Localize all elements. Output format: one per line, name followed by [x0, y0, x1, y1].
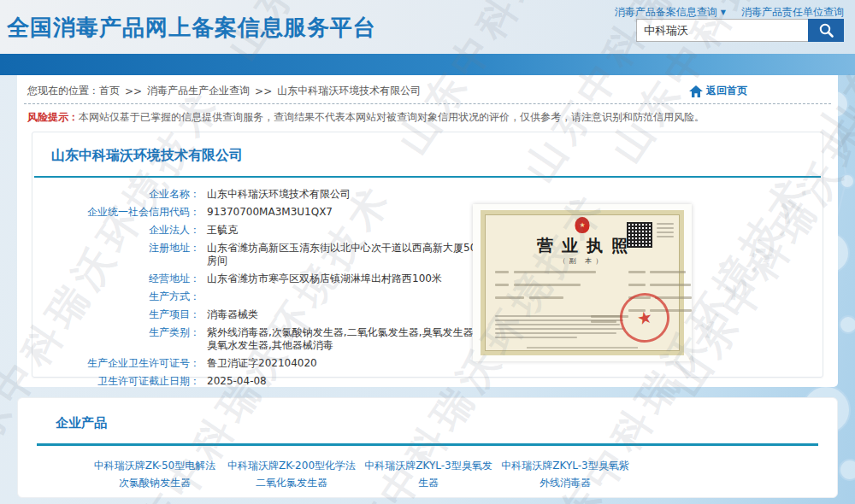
field-label: 生产项目： [32, 308, 200, 321]
breadcrumb-item-0[interactable]: 首页 [99, 84, 120, 98]
back-home-link[interactable]: 返回首页 [689, 84, 747, 98]
search-input[interactable] [636, 19, 808, 42]
site-title: 全国消毒产品网上备案信息服务平台 [7, 13, 376, 43]
company-field-row: 卫生许可证截止日期：2025-04-08 [32, 375, 823, 388]
breadcrumb: 您现在的位置： 首页>>消毒产品生产企业查询>>山东中科瑞沃环境技术有限公司 返… [17, 75, 838, 98]
breadcrumb-items: 首页>>消毒产品生产企业查询>>山东中科瑞沃环境技术有限公司 [99, 84, 421, 98]
search-bar [636, 19, 844, 42]
title-divider [34, 176, 821, 178]
chevron-down-icon: ▼ [721, 9, 726, 16]
license-subtitle: （副 本） [485, 256, 680, 266]
company-field-row: 企业名称：山东中科瑞沃环境技术有限公司 [32, 188, 823, 201]
products-list: 中科瑞沃牌ZK-50型电解法次氯酸钠发生器中科瑞沃牌ZK-200型化学法二氧化氯… [18, 457, 837, 492]
breadcrumb-separator: >> [125, 85, 142, 97]
product-link-0[interactable]: 中科瑞沃牌ZK-50型电解法次氯酸钠发生器 [90, 457, 220, 492]
field-label: 生产方式： [32, 290, 200, 303]
field-label: 生产企业卫生许可证号： [32, 357, 200, 370]
field-value: 鲁卫消证字202104020 [207, 357, 317, 370]
product-link-2[interactable]: 中科瑞沃牌ZKYL-3型臭氧发生器 [363, 457, 493, 492]
page: 全国消毒产品网上备案信息服务平台 消毒产品备案信息查询▼消毒产品责任单位查询 您… [0, 0, 855, 504]
products-divider [37, 443, 818, 446]
breadcrumb-prefix: 您现在的位置： [27, 84, 99, 98]
top-nav-link-0[interactable]: 消毒产品备案信息查询▼ [615, 5, 726, 20]
breadcrumb-separator: >> [255, 85, 272, 97]
field-label: 企业法人： [32, 224, 200, 237]
company-field-row: 经营地址：山东省潍坊市寒亭区双杨店镇湖淋埠出村路西100米 [32, 273, 823, 285]
license-number-lines [657, 223, 674, 240]
license-left-fields [495, 271, 615, 309]
products-title: 企业产品 [18, 398, 837, 431]
field-value: 山东中科瑞沃环境技术有限公司 [207, 188, 351, 201]
product-link-1[interactable]: 中科瑞沃牌ZK-200型化学法二氧化氯发生器 [227, 457, 357, 492]
top-nav-link-1[interactable]: 消毒产品责任单位查询 [741, 5, 844, 20]
search-icon [818, 22, 834, 38]
products-panel: 企业产品 中科瑞沃牌ZK-50型电解法次氯酸钠发生器中科瑞沃牌ZK-200型化学… [17, 397, 838, 498]
qr-code-icon [627, 222, 652, 248]
main-panel: 您现在的位置： 首页>>消毒产品生产企业查询>>山东中科瑞沃环境技术有限公司 返… [17, 75, 838, 387]
field-label: 经营地址： [32, 273, 200, 285]
risk-notice-text: 本网站仅基于已掌握的信息提供查询服务，查询结果不代表本网站对被查询对象信用状况的… [79, 111, 705, 123]
company-field-row: 企业法人：王毓克 [32, 224, 823, 237]
header-blue-bar [0, 54, 855, 75]
national-emblem-icon: ★ [575, 217, 590, 233]
top-nav-link-label: 消毒产品备案信息查询 [615, 5, 717, 20]
top-nav: 消毒产品备案信息查询▼消毒产品责任单位查询 [615, 5, 844, 20]
field-value: 消毒器械类 [207, 308, 258, 321]
product-link-3[interactable]: 中科瑞沃牌ZKYL-3型臭氧紫外线消毒器 [500, 457, 630, 492]
company-field-row: 注册地址：山东省潍坊高新区玉清东街以北中心次干道以西高新大厦502房间 [32, 242, 823, 267]
field-value: 山东省潍坊高新区玉清东街以北中心次干道以西高新大厦502房间 [207, 242, 489, 267]
field-value: 王毓克 [207, 224, 238, 237]
risk-notice: 风险提示：本网站仅基于已掌握的信息提供查询服务，查询结果不代表本网站对被查询对象… [17, 104, 838, 125]
breadcrumb-item-2: 山东中科瑞沃环境技术有限公司 [277, 84, 421, 98]
top-nav-link-label: 消毒产品责任单位查询 [741, 5, 844, 20]
business-license: ★ 营业执照 （副 本） [481, 210, 684, 355]
company-field-row: 生产企业卫生许可证号：鲁卫消证字202104020 [32, 357, 823, 370]
field-value: 山东省潍坊市寒亭区双杨店镇湖淋埠出村路西100米 [207, 273, 442, 285]
field-label: 企业统一社会信用代码： [32, 206, 200, 219]
field-value: 紫外线消毒器,次氯酸钠发生器,二氧化氯发生器,臭氧发生器、臭氧水发生器,其他器械… [207, 326, 489, 352]
company-field-row: 生产方式： [32, 290, 823, 303]
field-label: 注册地址： [32, 242, 200, 267]
business-license-image: ★ 营业执照 （副 本） [473, 204, 692, 361]
company-fields: 企业名称：山东中科瑞沃环境技术有限公司企业统一社会信用代码：91370700MA… [32, 188, 823, 388]
field-value: 2025-04-08 [207, 375, 267, 388]
license-footer-line [527, 347, 638, 349]
field-label: 卫生许可证截止日期： [32, 375, 200, 388]
company-field-row: 生产类别：紫外线消毒器,次氯酸钠发生器,二氧化氯发生器,臭氧发生器、臭氧水发生器… [32, 326, 823, 352]
company-field-row: 生产项目：消毒器械类 [32, 308, 823, 321]
field-label: 生产类别： [32, 326, 200, 352]
field-label: 企业名称： [32, 188, 200, 201]
field-value: 91370700MA3M3U1QX7 [207, 206, 333, 219]
search-button[interactable] [808, 19, 844, 42]
company-field-row: 企业统一社会信用代码：91370700MA3M3U1QX7 [32, 206, 823, 219]
back-home-label: 返回首页 [706, 84, 747, 98]
risk-notice-label: 风险提示： [27, 111, 79, 123]
home-icon [689, 85, 703, 97]
company-title: 山东中科瑞沃环境技术有限公司 [32, 132, 823, 165]
company-info-box: 山东中科瑞沃环境技术有限公司 企业名称：山东中科瑞沃环境技术有限公司企业统一社会… [32, 132, 823, 378]
breadcrumb-item-1[interactable]: 消毒产品生产企业查询 [147, 84, 250, 98]
